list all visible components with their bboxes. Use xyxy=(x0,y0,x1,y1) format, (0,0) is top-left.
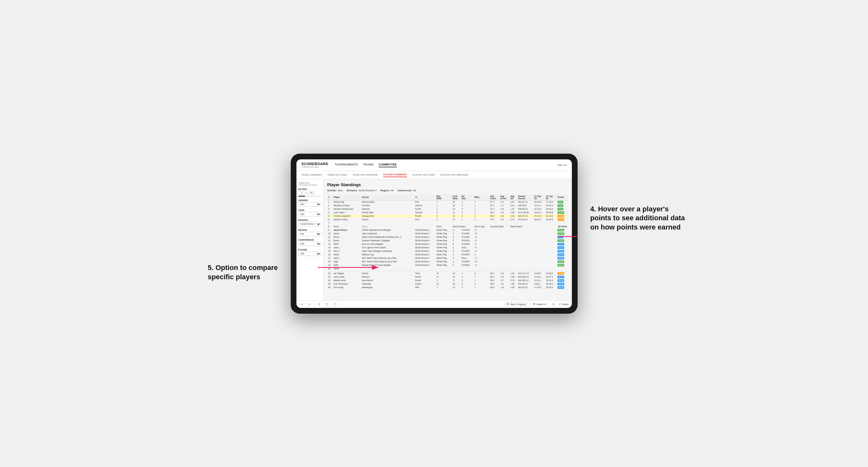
subnav-team-h2h-heatmap[interactable]: TEAM H2H HEATMAP xyxy=(352,173,378,177)
points-badge[interactable]: 59.95 xyxy=(558,283,564,285)
points-badge[interactable]: 76.2 xyxy=(558,204,563,207)
nav-tournaments[interactable]: TOURNAMENTS xyxy=(335,162,358,167)
col-no-rds: NoRds. xyxy=(461,194,473,200)
table-row: 26 Petr Hruby Washington Fifth 7 23 0 1 … xyxy=(328,286,568,289)
table-row-highlighted: 5 Christo Lamprecht Georgia Tech Fourth … xyxy=(328,214,568,218)
nav-committee[interactable]: COMMITTEE xyxy=(379,162,397,167)
bottom-toolbar: ↩ ↪ ⎘ 📋 🕐 👁 View: Original 👁 Watch ▾ xyxy=(297,300,572,308)
col-points: Points xyxy=(557,194,568,200)
col-avg-sg: AvgSG xyxy=(509,194,517,200)
points-badge[interactable]: 56.38 xyxy=(558,260,564,263)
col-adj-score: Adj.Score xyxy=(489,194,499,200)
annotation-left-text: 5. Option to compare specific players xyxy=(208,263,278,281)
sidebar-player-select[interactable]: (All) xyxy=(298,251,321,256)
sidebar-year-select[interactable]: (All) xyxy=(298,212,321,216)
sidebar-rds-min[interactable] xyxy=(298,191,305,195)
filter-division: Division: NCAA Division I xyxy=(347,189,376,192)
table-row: 9 Jacob Kolson UNCW Seahawk Intercollegi… xyxy=(328,228,568,232)
sidebar-region-select[interactable]: N/A xyxy=(298,232,321,236)
sidebar-region: Region N/A xyxy=(298,229,321,236)
tablet-screen: SCOREBOARD Powered by clippi TOURNAMENTS… xyxy=(297,159,572,308)
table-row: 11 Brend Wake Forest Invitational at Pin… xyxy=(328,235,568,239)
annotation-right: 4. Hover over a player's points to see a… xyxy=(590,205,686,232)
table-row: 23 Jack Lundin Missouri Fourth 11 24 0 1… xyxy=(328,275,568,279)
points-badge[interactable]: 29.98 xyxy=(558,257,564,259)
points-badge[interactable]: 66.40 xyxy=(558,264,564,267)
redo-button[interactable]: ↪ xyxy=(307,302,312,306)
table-row: 22 Ian Gilligan Florida Third 10 24 1 0 … xyxy=(328,272,568,275)
col-vs25: Vs Top25 xyxy=(533,194,545,200)
app-header: SCOREBOARD Powered by clippi TOURNAMENTS… xyxy=(297,159,572,171)
sidebar-rds-max[interactable] xyxy=(308,191,315,195)
view-original-button[interactable]: 👁 View: Original xyxy=(505,302,528,306)
table-row: 2 Michael La Sasso Ole Miss Second 1 18 … xyxy=(328,204,568,207)
table-row: 24 Bastien Amat New Mexico Fourth 1 27 2… xyxy=(328,279,568,282)
points-badge[interactable]: 60.27 xyxy=(558,276,564,278)
points-badge[interactable]: 58.49 xyxy=(558,286,564,289)
sign-out-button[interactable]: Sign out xyxy=(557,163,566,166)
sidebar-division: Division NCAA Division I xyxy=(298,219,321,226)
undo-button[interactable]: ↩ xyxy=(300,302,304,306)
share-label: Share xyxy=(562,303,568,306)
clock-button[interactable]: 🕐 xyxy=(332,302,338,306)
table-row: 13 Mitch Amer An Intercollegiate NCAA Di… xyxy=(328,242,568,246)
nav-teams[interactable]: TEAMS xyxy=(363,162,374,167)
table-row: 12 Brend Southern Highlands Collegiate N… xyxy=(328,239,568,242)
table-row: 25 Cole Sherwood Vanderbilt Fourth 12 23… xyxy=(328,282,568,286)
points-badge[interactable]: 60.89 xyxy=(558,215,564,217)
col-yr: Yr xyxy=(414,194,435,200)
share-button[interactable]: ↗ Share xyxy=(558,303,568,306)
points-badge[interactable]: 60.58 xyxy=(558,272,564,275)
points-badge[interactable]: 37.57 xyxy=(558,243,564,245)
sidebar-rds-slider[interactable] xyxy=(298,196,321,197)
content-area: Player Standings Gender: Men Division: N… xyxy=(323,179,572,300)
table-row: 17 Jake L SEC Match Play hosted by Jerry… xyxy=(328,256,568,260)
table-row: 15 Alex C Fallen Oak Collegiate Invitati… xyxy=(328,249,568,253)
filter-gender: Gender: Men xyxy=(328,189,343,192)
col-vs50: Vs Top50 xyxy=(545,194,557,200)
points-badge[interactable]: 68.34 xyxy=(558,211,564,214)
points-badge[interactable]: 24.11 xyxy=(558,246,564,249)
points-badge[interactable]: 16.50 xyxy=(558,250,564,252)
points-badge[interactable]: 70.2 xyxy=(558,208,563,210)
toolbar-separator xyxy=(530,302,530,306)
col-school: School xyxy=(361,194,414,200)
table-row: 1 Wenyi Ding Arizona State First 1 15 1 … xyxy=(328,200,568,204)
watch-button[interactable]: 👁 Watch ▾ xyxy=(533,303,546,306)
main-content: Update time: 27/01/2024 16:56:26 No Rds.… xyxy=(297,179,572,300)
sidebar-conference-select[interactable]: (All) xyxy=(298,242,321,246)
col-rank: # xyxy=(328,194,333,200)
points-badge[interactable]: 58.18 xyxy=(558,218,564,221)
points-badge[interactable]: 30.47 xyxy=(558,253,564,256)
table-row: 10 Jacob Tiger Invitational NCAA Divisio… xyxy=(328,232,568,235)
table-row: 7 xyxy=(328,221,568,225)
watch-label: Watch xyxy=(536,303,544,306)
view-label: View: Original xyxy=(510,303,526,306)
table-row: 4 Luke Claton Florida State Second 5 27 … xyxy=(328,211,568,214)
subnav-team-summary[interactable]: TEAM SUMMARY xyxy=(302,173,322,177)
download-button[interactable]: ⬇ xyxy=(551,302,556,306)
page-title: Player Standings xyxy=(328,182,568,187)
sidebar-division-select[interactable]: NCAA Division I xyxy=(298,222,321,226)
watch-dropdown-icon: ▾ xyxy=(545,303,546,306)
subnav-player-summary[interactable]: PLAYER SUMMARY xyxy=(383,173,407,177)
annotation-right-text: 4. Hover over a player's points to see a… xyxy=(590,205,685,231)
paste-button[interactable]: 📋 xyxy=(324,302,330,306)
table-row: 8 Prest… Player Event Event Division Eve… xyxy=(328,225,568,228)
points-badge[interactable]: 53.64 xyxy=(558,229,564,231)
share-icon: ↗ xyxy=(558,303,561,306)
filter-region: Region: All xyxy=(380,189,394,192)
filters-row: Gender: Men Division: NCAA Division I Re… xyxy=(328,189,568,192)
subnav-player-h2h-heatmap[interactable]: PLAYER H2H HEATMAP xyxy=(440,173,469,177)
points-badge[interactable]: 88.2 xyxy=(558,201,563,204)
copy-button[interactable]: ⎘ xyxy=(317,302,321,306)
points-badge[interactable]: 60.02 xyxy=(558,279,564,282)
col-player: Player xyxy=(333,194,361,200)
sidebar-conference: Conference (All) xyxy=(298,239,321,246)
subnav-player-h2h-grid[interactable]: PLAYER H2H GRID xyxy=(412,173,435,177)
sidebar-gender-select[interactable]: Men xyxy=(298,202,321,207)
col-wins: Wins xyxy=(473,194,489,200)
col-conf-rank: ConfRank xyxy=(452,194,461,200)
subnav-team-h2h-grid[interactable]: TEAM H2H GRID xyxy=(328,173,347,177)
update-time: Update time: 27/01/2024 16:56:26 xyxy=(298,182,321,186)
